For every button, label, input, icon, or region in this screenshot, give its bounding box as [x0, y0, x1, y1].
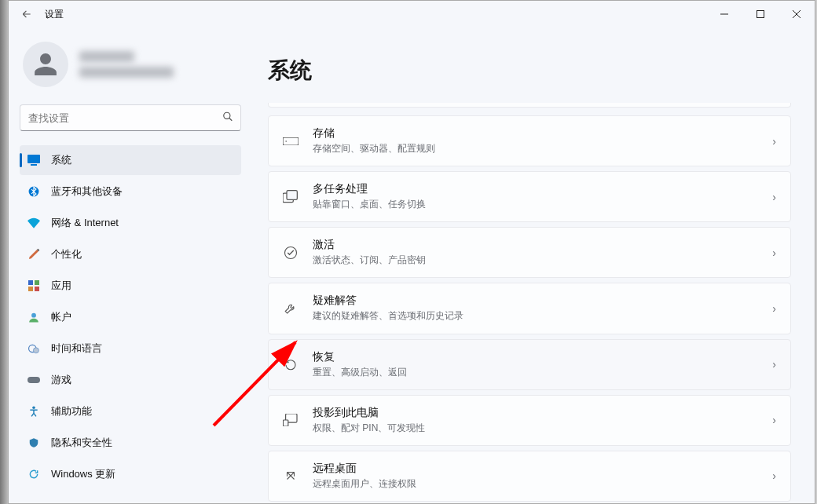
- svg-rect-2: [27, 155, 40, 163]
- sidebar-item-label: 应用: [51, 279, 71, 293]
- svg-point-15: [285, 141, 287, 142]
- content-body: 系统 蓝牙和其他设备 网络 & Internet 个性化 应用: [9, 27, 815, 503]
- background-edge: [0, 0, 8, 504]
- setting-projecting[interactable]: 投影到此电脑 权限、配对 PIN、可发现性 ›: [268, 395, 791, 446]
- setting-remote-desktop[interactable]: 远程桌面 远程桌面用户、连接权限 ›: [268, 451, 791, 502]
- svg-rect-6: [35, 280, 39, 285]
- search-input[interactable]: [20, 104, 241, 131]
- card-desc: 激活状态、订阅、产品密钥: [313, 254, 758, 267]
- close-icon: [793, 10, 801, 18]
- sidebar-item-bluetooth[interactable]: 蓝牙和其他设备: [20, 177, 241, 206]
- sidebar-item-label: 帐户: [51, 310, 71, 324]
- system-icon: [27, 155, 40, 166]
- chevron-right-icon: ›: [772, 414, 776, 426]
- sidebar-item-label: 蓝牙和其他设备: [51, 184, 123, 199]
- sidebar-item-label: 隐私和安全性: [51, 436, 112, 450]
- svg-rect-7: [28, 287, 33, 291]
- sidebar-item-label: 系统: [51, 153, 71, 167]
- apps-icon: [27, 280, 40, 291]
- sidebar-item-label: 时间和语言: [51, 341, 102, 356]
- window-controls: [706, 1, 815, 27]
- chevron-right-icon: ›: [772, 302, 776, 315]
- accessibility-icon: [27, 406, 40, 417]
- svg-rect-5: [28, 280, 33, 285]
- card-title: 疑难解答: [313, 294, 758, 308]
- titlebar: 设置: [9, 1, 815, 27]
- recovery-icon: [283, 356, 299, 372]
- card-title: 激活: [313, 238, 758, 252]
- card-desc: 存储空间、驱动器、配置规则: [313, 142, 758, 155]
- wrench-icon: [283, 301, 299, 316]
- minimize-button[interactable]: [706, 1, 742, 27]
- back-arrow-icon: [21, 9, 32, 20]
- svg-point-11: [33, 348, 38, 353]
- setting-multitasking[interactable]: 多任务处理 贴靠窗口、桌面、任务切换 ›: [268, 171, 791, 222]
- main-panel: 系统 存储 存储空间、驱动器、配置规则 › 多任务处理 贴靠窗口、桌面、任务切换: [252, 27, 815, 503]
- maximize-icon: [757, 10, 764, 18]
- check-circle-icon: [283, 245, 299, 261]
- sidebar-item-apps[interactable]: 应用: [20, 271, 241, 301]
- sidebar: 系统 蓝牙和其他设备 网络 & Internet 个性化 应用: [9, 27, 252, 503]
- card-desc: 建议的疑难解答、首选项和历史记录: [313, 309, 758, 323]
- svg-point-9: [31, 313, 36, 318]
- clock-globe-icon: [27, 343, 40, 354]
- setting-activation[interactable]: 激活 激活状态、订阅、产品密钥 ›: [268, 227, 791, 278]
- svg-rect-8: [35, 287, 39, 291]
- gamepad-icon: [27, 375, 40, 385]
- multitasking-icon: [283, 189, 299, 205]
- sidebar-item-privacy[interactable]: 隐私和安全性: [20, 428, 241, 458]
- svg-rect-3: [31, 164, 37, 166]
- svg-rect-17: [287, 190, 297, 199]
- brush-icon: [27, 248, 40, 261]
- setting-storage[interactable]: 存储 存储空间、驱动器、配置规则 ›: [268, 115, 791, 166]
- setting-troubleshoot[interactable]: 疑难解答 建议的疑难解答、首选项和历史记录 ›: [268, 283, 791, 334]
- sidebar-item-personalization[interactable]: 个性化: [20, 239, 241, 269]
- user-name-blurred: [79, 51, 174, 78]
- setting-recovery[interactable]: 恢复 重置、高级启动、返回 ›: [268, 339, 791, 390]
- sidebar-item-label: 游戏: [51, 373, 71, 387]
- card-desc: 重置、高级启动、返回: [313, 366, 758, 379]
- settings-window: 设置: [8, 0, 815, 504]
- settings-list: 存储 存储空间、驱动器、配置规则 › 多任务处理 贴靠窗口、桌面、任务切换 ›: [268, 103, 791, 503]
- chevron-right-icon: ›: [772, 135, 776, 148]
- card-title: 投影到此电脑: [313, 406, 758, 420]
- card-title: 存储: [313, 126, 758, 141]
- sidebar-item-network[interactable]: 网络 & Internet: [20, 208, 241, 238]
- chevron-right-icon: ›: [772, 191, 776, 203]
- card-desc: 权限、配对 PIN、可发现性: [313, 422, 758, 435]
- svg-rect-20: [283, 420, 288, 426]
- shield-icon: [27, 437, 40, 448]
- wifi-icon: [27, 217, 40, 228]
- sidebar-item-accessibility[interactable]: 辅助功能: [20, 396, 241, 426]
- page-title: 系统: [268, 56, 791, 86]
- storage-icon: [283, 133, 299, 149]
- svg-point-13: [32, 407, 35, 410]
- sidebar-item-label: 网络 & Internet: [51, 216, 119, 230]
- project-icon: [283, 412, 299, 428]
- minimize-icon: [720, 10, 728, 18]
- sidebar-nav: 系统 蓝牙和其他设备 网络 & Internet 个性化 应用: [20, 145, 241, 489]
- card-title: 恢复: [313, 350, 758, 364]
- back-button[interactable]: [13, 1, 40, 27]
- sidebar-item-system[interactable]: 系统: [20, 145, 241, 175]
- sidebar-item-windows-update[interactable]: Windows 更新: [20, 459, 241, 489]
- card-title: 远程桌面: [313, 462, 758, 476]
- sidebar-item-gaming[interactable]: 游戏: [20, 365, 241, 395]
- chevron-right-icon: ›: [772, 469, 776, 482]
- close-button[interactable]: [779, 1, 815, 27]
- svg-rect-0: [757, 11, 764, 18]
- sidebar-item-time-language[interactable]: 时间和语言: [20, 334, 241, 363]
- sidebar-item-accounts[interactable]: 帐户: [20, 302, 241, 332]
- remote-icon: [283, 468, 299, 484]
- svg-rect-14: [283, 137, 299, 145]
- maximize-button[interactable]: [742, 1, 779, 27]
- svg-rect-12: [27, 377, 40, 383]
- window-title: 设置: [45, 8, 64, 21]
- chevron-right-icon: ›: [772, 358, 776, 371]
- search-wrap: [20, 104, 241, 131]
- avatar: [23, 42, 68, 87]
- user-profile[interactable]: [20, 42, 241, 87]
- card-title: 多任务处理: [313, 182, 758, 196]
- card-desc: 贴靠窗口、桌面、任务切换: [313, 198, 758, 211]
- sidebar-item-label: 个性化: [51, 247, 82, 261]
